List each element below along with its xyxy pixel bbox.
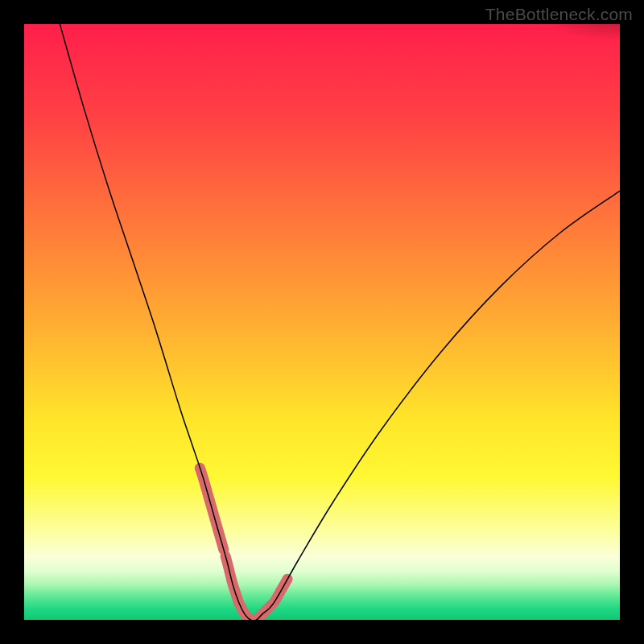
watermark-text: TheBottleneck.com	[485, 5, 633, 24]
plot-area	[24, 24, 620, 620]
highlight-mid	[225, 556, 271, 620]
chart-frame: TheBottleneck.com	[0, 0, 644, 644]
chart-curves	[24, 24, 620, 620]
bottleneck-curve-path	[60, 24, 620, 620]
